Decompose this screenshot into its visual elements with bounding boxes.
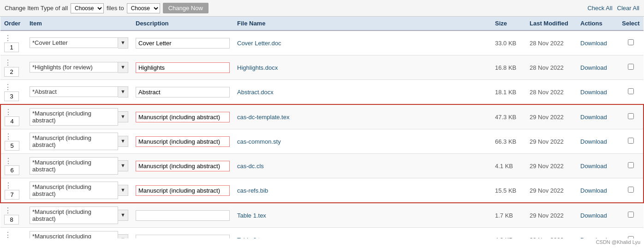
file-link-4[interactable]: cas-dc-template.tex	[237, 114, 289, 121]
cell-desc-9	[132, 228, 233, 239]
select-checkbox-4[interactable]	[628, 113, 634, 119]
file-link-8[interactable]: Table 1.tex	[237, 212, 266, 219]
desc-input-4[interactable]	[136, 112, 230, 122]
select-checkbox-5[interactable]	[628, 138, 634, 144]
order-input-4[interactable]	[5, 116, 19, 126]
drag-handle-1[interactable]: ⋮	[4, 34, 12, 43]
cell-order-7: ⋮	[0, 178, 26, 203]
desc-input-1[interactable]	[136, 38, 230, 49]
drag-handle-8[interactable]: ⋮	[4, 206, 12, 215]
desc-input-2[interactable]	[136, 62, 230, 73]
item-text-3: *Abstract	[30, 86, 118, 97]
cell-modified-2: 28 Nov 2022	[526, 55, 577, 80]
cell-size-6: 4.1 KB	[491, 154, 526, 178]
file-link-1[interactable]: Cover Letter.doc	[237, 40, 281, 47]
size-value-6: 4.1 KB	[495, 163, 513, 170]
cell-modified-5: 29 Nov 2022	[526, 129, 577, 154]
cell-filename-9: Table 2.tex	[233, 228, 491, 239]
order-input-8[interactable]	[4, 215, 19, 225]
desc-input-5[interactable]	[136, 136, 230, 147]
page-wrap: Change Item Type of all Choose files to …	[0, 0, 644, 249]
date-value-7: 29 Nov 2022	[530, 187, 564, 194]
check-all-button[interactable]: Check All	[587, 5, 612, 12]
select-checkbox-9[interactable]	[628, 236, 634, 238]
drag-handle-7[interactable]: ⋮	[5, 181, 12, 190]
choose-type-select-1[interactable]: Choose	[71, 3, 104, 13]
file-link-9[interactable]: Table 2.tex	[237, 237, 266, 239]
item-arrow-6[interactable]: ▼	[118, 160, 128, 171]
download-link-2[interactable]: Download	[580, 64, 607, 71]
cell-select-5	[618, 129, 644, 154]
file-link-5[interactable]: cas-common.sty	[237, 138, 281, 145]
download-link-3[interactable]: Download	[580, 89, 607, 96]
top-bar-left: Change Item Type of all Choose files to …	[5, 3, 209, 13]
download-link-6[interactable]: Download	[580, 163, 607, 170]
item-text-8: *Manuscript (including abstract)	[30, 206, 118, 224]
drag-handle-4[interactable]: ⋮	[5, 108, 12, 116]
order-input-5[interactable]	[5, 141, 19, 151]
desc-input-6[interactable]	[136, 161, 230, 171]
cell-select-3	[618, 80, 644, 105]
item-text-9: *Manuscript (including abstract)	[30, 231, 118, 238]
cell-select-8	[618, 203, 644, 228]
item-arrow-3[interactable]: ▼	[118, 86, 128, 97]
cell-item-9: *Manuscript (including abstract) ▼	[26, 228, 132, 239]
select-checkbox-2[interactable]	[628, 64, 634, 70]
drag-handle-3[interactable]: ⋮	[4, 83, 12, 91]
download-link-8[interactable]: Download	[580, 212, 607, 219]
choose-type-select-2[interactable]: Choose	[127, 3, 160, 13]
cell-filename-1: Cover Letter.doc	[233, 30, 491, 55]
cell-select-7	[618, 178, 644, 203]
item-arrow-1[interactable]: ▼	[118, 37, 128, 48]
desc-input-3[interactable]	[136, 87, 230, 97]
order-input-7[interactable]	[5, 190, 19, 200]
drag-handle-9[interactable]: ⋮	[4, 231, 12, 238]
cell-desc-8	[132, 203, 233, 228]
file-link-3[interactable]: Abstract.docx	[237, 89, 274, 96]
order-input-3[interactable]	[4, 91, 19, 101]
cell-filename-3: Abstract.docx	[233, 80, 491, 105]
cell-select-9	[618, 228, 644, 239]
item-arrow-2[interactable]: ▼	[118, 62, 128, 73]
desc-input-7[interactable]	[136, 185, 230, 196]
drag-handle-5[interactable]: ⋮	[5, 132, 12, 141]
download-link-9[interactable]: Download	[580, 237, 607, 239]
size-value-3: 18.1 KB	[495, 89, 516, 96]
item-arrow-5[interactable]: ▼	[118, 136, 128, 146]
desc-input-9[interactable]	[136, 235, 230, 239]
select-checkbox-1[interactable]	[628, 39, 634, 45]
file-link-7[interactable]: cas-refs.bib	[237, 187, 268, 194]
drag-handle-2[interactable]: ⋮	[4, 58, 12, 67]
select-checkbox-3[interactable]	[628, 88, 634, 94]
col-header-description: Description	[132, 17, 233, 30]
download-link-5[interactable]: Download	[580, 138, 607, 145]
cell-item-5: *Manuscript (including abstract) ▼	[26, 129, 132, 154]
cell-size-8: 1.7 KB	[491, 203, 526, 228]
order-input-6[interactable]	[5, 165, 19, 175]
cell-modified-1: 28 Nov 2022	[526, 30, 577, 55]
change-now-button[interactable]: Change Now	[163, 3, 209, 13]
select-checkbox-6[interactable]	[628, 162, 634, 168]
order-input-2[interactable]	[4, 67, 19, 77]
clear-all-button[interactable]: Clear All	[617, 5, 639, 12]
file-link-2[interactable]: Highlights.docx	[237, 64, 278, 71]
download-link-7[interactable]: Download	[580, 187, 607, 194]
download-link-1[interactable]: Download	[580, 40, 607, 47]
top-bar-right: Check All Clear All	[587, 5, 639, 12]
item-arrow-4[interactable]: ▼	[118, 111, 128, 122]
drag-handle-6[interactable]: ⋮	[5, 157, 12, 165]
desc-input-8[interactable]	[136, 210, 230, 221]
cell-size-3: 18.1 KB	[491, 80, 526, 105]
download-link-4[interactable]: Download	[580, 114, 607, 121]
size-value-2: 16.8 KB	[495, 64, 516, 71]
col-header-actions: Actions	[577, 17, 618, 30]
order-input-1[interactable]	[4, 43, 19, 52]
item-arrow-9[interactable]: ▼	[118, 234, 128, 238]
cell-size-5: 66.3 KB	[491, 129, 526, 154]
item-arrow-8[interactable]: ▼	[118, 210, 128, 220]
item-arrow-7[interactable]: ▼	[118, 185, 128, 195]
item-text-4: *Manuscript (including abstract)	[30, 108, 118, 126]
select-checkbox-8[interactable]	[628, 212, 634, 218]
select-checkbox-7[interactable]	[628, 187, 634, 193]
file-link-6[interactable]: cas-dc.cls	[237, 163, 264, 170]
